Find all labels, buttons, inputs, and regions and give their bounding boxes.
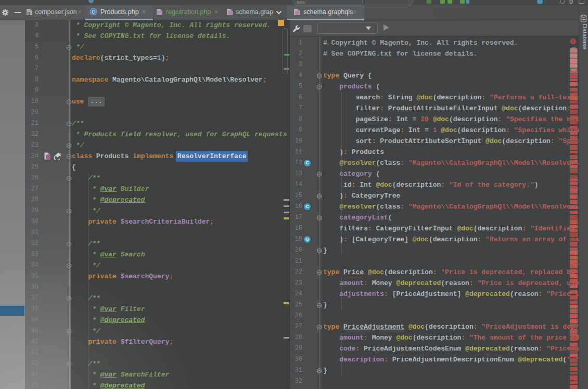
svg-text:C: C <box>92 9 95 15</box>
svg-text:PHP: PHP <box>157 12 162 15</box>
svg-text:{}: {} <box>27 11 30 16</box>
